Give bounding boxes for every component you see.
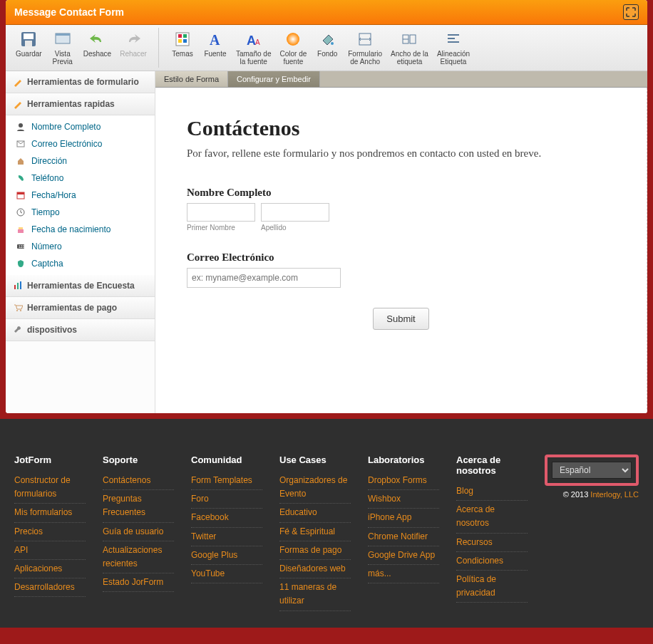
tool-time[interactable]: Tiempo: [6, 204, 155, 221]
number-icon: 123: [16, 242, 26, 251]
footer: JotFormConstructor de formulariosMis for…: [0, 419, 653, 628]
footer-link[interactable]: Constructor de formularios: [14, 474, 86, 502]
footer-link[interactable]: Política de privacidad: [456, 573, 528, 601]
footer-link[interactable]: Actualizaciones recientes: [103, 544, 174, 571]
home-icon: [16, 156, 26, 166]
tool-label: Número: [31, 242, 62, 251]
footer-link[interactable]: Diseñadores web: [279, 562, 351, 576]
footer-link[interactable]: Contáctenos: [103, 474, 174, 488]
svg-point-35: [20, 310, 21, 311]
submit-button[interactable]: Submit: [373, 308, 428, 330]
footer-link[interactable]: Mis formularios: [14, 506, 86, 520]
language-select[interactable]: Español: [552, 462, 632, 479]
last-name-input[interactable]: [261, 203, 329, 222]
footer-link[interactable]: Precios: [14, 525, 86, 539]
footer-link[interactable]: Acerca de nosotros: [456, 503, 528, 531]
svg-rect-6: [178, 34, 182, 38]
svg-rect-26: [17, 192, 24, 194]
expand-icon[interactable]: [623, 4, 639, 20]
accordion-survey-tools[interactable]: Herramientas de Encuesta: [6, 275, 155, 297]
footer-link[interactable]: Preguntas Frecuentes: [103, 492, 174, 520]
field-label: Nombre Completo: [187, 187, 615, 199]
form-width-button[interactable]: Formulario de Ancho: [344, 28, 386, 68]
footer-link[interactable]: Facebook: [191, 511, 262, 525]
tab-style[interactable]: Estilo de Forma: [155, 71, 228, 87]
tool-phone[interactable]: Teléfono: [6, 170, 155, 187]
submit-label: Submit: [386, 313, 415, 324]
footer-link[interactable]: Fé & Espiritual: [279, 525, 351, 539]
tab-configure[interactable]: Configurar y Embedir: [228, 71, 320, 87]
label-align-button[interactable]: Alineación Etiqueta: [433, 28, 474, 68]
copyright: © 2013 Interlogy, LLC: [545, 490, 639, 499]
tool-captcha[interactable]: Captcha: [6, 255, 155, 272]
phone-icon: [16, 173, 26, 183]
accordion-widgets[interactable]: dispositivos: [6, 319, 155, 341]
accordion-payment-tools[interactable]: Herramientas de pago: [6, 297, 155, 319]
footer-link[interactable]: API: [14, 544, 86, 558]
font-size-button[interactable]: AA Tamaño de la fuente: [232, 28, 275, 68]
footer-link[interactable]: Aplicaciones: [14, 562, 86, 576]
footer-link[interactable]: Wishbox: [368, 492, 439, 507]
tool-label: Dirección: [31, 156, 67, 166]
tab-label: Configurar y Embedir: [237, 75, 311, 83]
tab-label: Estilo de Forma: [164, 75, 219, 83]
font-button[interactable]: A Fuente: [199, 28, 232, 68]
footer-link[interactable]: 11 maneras de utilizar: [279, 581, 351, 608]
copyright-link[interactable]: Interlogy, LLC: [590, 490, 639, 499]
tool-number[interactable]: 123Número: [6, 238, 155, 255]
tool-fullname[interactable]: Nombre Completo: [6, 118, 155, 135]
footer-heading: Acerca de nosotros: [456, 455, 528, 476]
language-selector-box: Español: [545, 455, 639, 486]
footer-column: ComunidadForm TemplatesForoFacebookTwitt…: [191, 455, 262, 613]
tool-email[interactable]: Correo Electrónico: [6, 135, 155, 152]
chart-icon: [13, 281, 23, 291]
tool-datetime[interactable]: Fecha/Hora: [6, 187, 155, 204]
preview-button[interactable]: Vista Previa: [46, 28, 79, 68]
footer-link[interactable]: Organizadores de Evento: [279, 474, 351, 502]
accordion-quick-tools[interactable]: Herramientas rapidas: [6, 93, 155, 115]
footer-link[interactable]: Formas de pago: [279, 544, 351, 558]
preview-icon: [53, 30, 72, 48]
redo-icon: [124, 30, 143, 48]
tool-birthdate[interactable]: Fecha de nacimiento: [6, 221, 155, 238]
label-width-button[interactable]: Ancho de la etiqueta: [386, 28, 433, 68]
email-input[interactable]: [187, 268, 341, 288]
toolbar-label: Rehacer: [120, 50, 147, 58]
first-name-input[interactable]: [187, 203, 255, 222]
svg-rect-28: [18, 229, 24, 233]
footer-link[interactable]: Condiciones: [456, 554, 528, 568]
footer-link[interactable]: Foro: [191, 492, 262, 507]
save-button[interactable]: Guardar: [11, 28, 46, 68]
footer-link[interactable]: iPhone App: [368, 511, 439, 525]
footer-link[interactable]: Blog: [456, 484, 528, 499]
footer-link[interactable]: Google Plus: [191, 549, 262, 563]
footer-link[interactable]: Google Drive App: [368, 549, 439, 563]
footer-link[interactable]: Guía de usuario: [103, 525, 174, 539]
footer-link[interactable]: Desarrolladores: [14, 581, 86, 595]
footer-link[interactable]: Dropbox Forms: [368, 474, 439, 488]
footer-link[interactable]: Educativo: [279, 506, 351, 520]
footer-link[interactable]: Recursos: [456, 536, 528, 550]
tool-address[interactable]: Dirección: [6, 152, 155, 170]
form-subtitle: Por favor, rellene este formulario y nos…: [187, 146, 615, 161]
footer-link[interactable]: Chrome Notifier: [368, 530, 439, 544]
background-button[interactable]: Fondo: [311, 28, 344, 68]
footer-link[interactable]: YouTube: [191, 567, 262, 581]
footer-link[interactable]: Estado JorForm: [103, 576, 174, 590]
undo-button[interactable]: Deshace: [79, 28, 115, 68]
footer-link[interactable]: Twitter: [191, 530, 262, 544]
footer-link[interactable]: Form Templates: [191, 474, 262, 488]
themes-button[interactable]: Temas: [166, 28, 199, 68]
toolbar-label: Formulario de Ancho: [348, 50, 382, 66]
accordion-form-tools[interactable]: Herramientas de formulario: [6, 71, 155, 93]
font-color-button[interactable]: Color de fuente: [275, 28, 311, 68]
font-icon: A: [206, 30, 225, 48]
svg-point-13: [287, 33, 299, 46]
redo-button[interactable]: Rehacer: [115, 28, 151, 68]
svg-point-14: [331, 42, 334, 45]
footer-column: Acerca de nosotrosBlogAcerca de nosotros…: [456, 455, 528, 613]
footer-link[interactable]: más...: [368, 567, 439, 581]
footer-column: JotFormConstructor de formulariosMis for…: [14, 455, 86, 613]
footer-column: SoporteContáctenosPreguntas FrecuentesGu…: [103, 455, 174, 613]
svg-rect-1: [24, 33, 34, 39]
